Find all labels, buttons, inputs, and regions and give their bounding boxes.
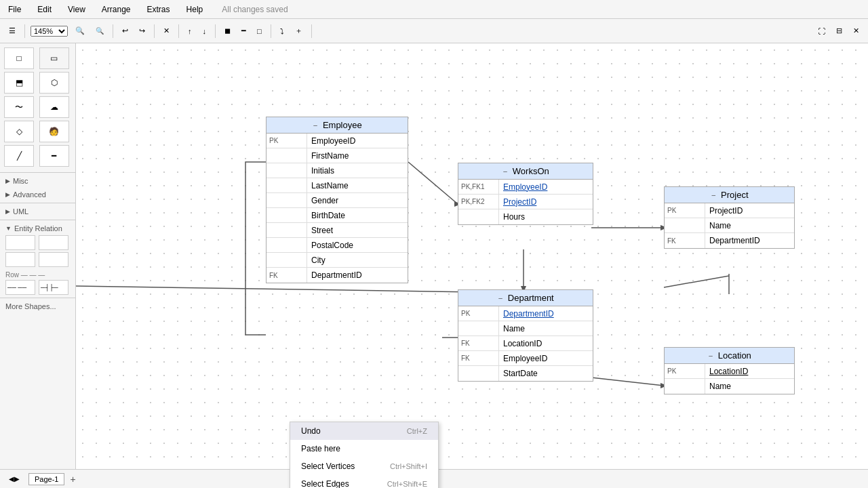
shape-diamond[interactable]: ◇	[4, 121, 34, 142]
shape-trapezoid[interactable]: ⬡	[39, 72, 69, 94]
sidebar-section-uml[interactable]: ▶ UML	[0, 205, 75, 218]
fullscreen-button[interactable]: ⛶	[814, 25, 829, 37]
employee-row-city: City	[267, 253, 408, 268]
employee-row-postalcode: PostalCode	[267, 238, 408, 253]
to-back-button[interactable]: ↓	[199, 25, 210, 37]
svg-line-9	[664, 276, 729, 287]
workson-collapse-btn[interactable]: –	[502, 167, 509, 175]
er-shape-4[interactable]	[39, 252, 68, 267]
er-shape-2[interactable]	[39, 235, 68, 250]
employee-row-street: Street	[267, 223, 408, 238]
location-row-locationid: PK LocationID	[665, 364, 794, 379]
to-front-button[interactable]: ↑	[184, 25, 195, 37]
more-shapes-button[interactable]: More Shapes...	[0, 298, 75, 314]
department-row-employeeid: FK EmployeeID	[458, 351, 593, 366]
collapse-sidebar-btn[interactable]: ◀▶	[5, 473, 23, 485]
employee-row-firstname: FirstName	[267, 148, 408, 163]
ctx-select-edges[interactable]: Select Edges Ctrl+Shift+E	[290, 475, 438, 488]
close-button[interactable]: ✕	[850, 24, 863, 37]
menu-arrange[interactable]: Arrange	[99, 3, 134, 16]
employee-collapse-btn[interactable]: –	[312, 121, 319, 129]
zoom-in-button[interactable]: 🔍	[72, 24, 88, 37]
location-table: – Location PK LocationID Name	[664, 347, 795, 394]
menu-file[interactable]: File	[5, 3, 24, 16]
menu-bar: File Edit View Arrange Extras Help All c…	[0, 0, 868, 19]
shape-line1[interactable]: ╱	[4, 145, 34, 167]
menu-edit[interactable]: Edit	[35, 3, 54, 16]
department-row-name: Name	[458, 321, 593, 336]
diagram-canvas[interactable]: – Employee PK EmployeeID FirstName Initi…	[76, 43, 868, 488]
location-header: – Location	[665, 348, 794, 364]
er-row-shapes: ── ── ─┤├─	[0, 280, 75, 298]
menu-icon-button[interactable]: ☰	[5, 24, 19, 37]
svg-line-7	[591, 378, 664, 386]
svg-line-4	[76, 286, 524, 293]
fill-color-button[interactable]: ◼	[221, 24, 234, 37]
employee-row-birthdate: BirthDate	[267, 208, 408, 223]
row-label: Row — — —	[0, 270, 75, 280]
project-collapse-btn[interactable]: –	[710, 191, 717, 199]
er-row-2[interactable]: ─┤├─	[39, 280, 68, 295]
employee-table: – Employee PK EmployeeID FirstName Initi…	[266, 117, 408, 283]
shape-rect[interactable]: □	[4, 47, 34, 69]
svg-line-0	[408, 162, 458, 204]
menu-help[interactable]: Help	[184, 3, 206, 16]
workson-row-projectid: PK,FK2 ProjectID	[458, 195, 593, 209]
shadow-button[interactable]: □	[254, 25, 265, 37]
shape-person[interactable]: 🧑	[39, 121, 69, 142]
project-row-projectid: PK ProjectID	[665, 203, 794, 218]
panel-button[interactable]: ⊟	[833, 24, 846, 37]
project-header: – Project	[665, 187, 794, 203]
sidebar-shapes-top: □ ▭ ⬒ ⬡ 〜 ☁ ◇ 🧑 ╱ ━	[0, 43, 75, 171]
toolbar: ☰ 145%100%75%50% 🔍 🔍 ↩ ↪ ✕ ↑ ↓ ◼ ━ □ ⤵ ＋…	[0, 19, 868, 43]
department-collapse-btn[interactable]: –	[497, 294, 504, 302]
er-shape-1[interactable]	[5, 235, 35, 250]
location-row-name: Name	[665, 379, 794, 394]
department-row-locationid: FK LocationID	[458, 336, 593, 351]
ctx-undo[interactable]: Undo Ctrl+Z	[290, 422, 438, 440]
connection-button[interactable]: ＋	[292, 24, 306, 38]
workson-row-employeeid: PK,FK1 EmployeeID	[458, 180, 593, 195]
context-menu: Undo Ctrl+Z Paste here Select Vertices C…	[290, 422, 439, 488]
sidebar-section-misc[interactable]: ▶ Misc	[0, 174, 75, 188]
workson-row-hours: Hours	[458, 209, 593, 224]
shape-wave[interactable]: 〜	[4, 96, 34, 118]
shape-folded[interactable]: ⬒	[4, 72, 34, 94]
employee-row-employeeid: PK EmployeeID	[267, 134, 408, 148]
workson-table: – WorksOn PK,FK1 EmployeeID PK,FK2 Proje…	[458, 163, 593, 225]
department-table: – Department PK DepartmentID Name FK Loc…	[458, 289, 593, 382]
location-collapse-btn[interactable]: –	[707, 352, 714, 359]
menu-extras[interactable]: Extras	[144, 3, 173, 16]
employee-row-departmentid: FK DepartmentID	[267, 268, 408, 283]
sidebar-section-entity-relation[interactable]: ▼ Entity Relation	[0, 222, 75, 235]
project-row-name: Name	[665, 218, 794, 233]
menu-view[interactable]: View	[65, 3, 88, 16]
project-row-departmentid: FK DepartmentID	[665, 233, 794, 248]
employee-row-initials: Initials	[267, 163, 408, 178]
ctx-select-vertices[interactable]: Select Vertices Ctrl+Shift+I	[290, 458, 438, 475]
employee-header: – Employee	[267, 117, 408, 134]
department-row-departmentid: PK DepartmentID	[458, 306, 593, 321]
shape-line2[interactable]: ━	[39, 145, 69, 167]
employee-row-lastname: LastName	[267, 178, 408, 193]
shape-cloud[interactable]: ☁	[39, 96, 69, 118]
er-shape-3[interactable]	[5, 252, 35, 267]
sidebar-section-advanced[interactable]: ▶ Advanced	[0, 188, 75, 201]
line-color-button[interactable]: ━	[238, 24, 250, 37]
er-shapes-palette	[0, 235, 75, 270]
save-status: All changes saved	[222, 5, 288, 14]
page-1-tab[interactable]: Page-1	[28, 473, 64, 485]
shape-rect2[interactable]: ▭	[39, 47, 69, 69]
connection-lines	[76, 43, 868, 488]
add-page-button[interactable]: +	[70, 474, 75, 485]
waypoint-button[interactable]: ⤵	[277, 25, 288, 37]
undo-button[interactable]: ↩	[119, 24, 132, 37]
redo-button[interactable]: ↪	[136, 24, 149, 37]
zoom-out-button[interactable]: 🔍	[92, 25, 107, 37]
department-header: – Department	[458, 290, 593, 306]
employee-row-gender: Gender	[267, 193, 408, 208]
ctx-paste-here[interactable]: Paste here	[290, 440, 438, 458]
delete-button[interactable]: ✕	[160, 24, 173, 37]
er-row-1[interactable]: ── ──	[5, 280, 35, 295]
zoom-select[interactable]: 145%100%75%50%	[31, 26, 68, 37]
